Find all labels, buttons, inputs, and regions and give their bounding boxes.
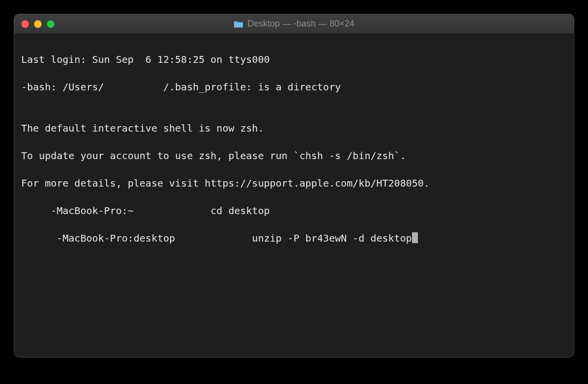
window-title-text: Desktop — -bash — 80×24 [247, 19, 354, 29]
terminal-line: Last login: Sun Sep 6 12:58:25 on ttys00… [21, 53, 567, 66]
zoom-button[interactable] [47, 20, 55, 28]
terminal-line: -MacBook-Pro:~ cd desktop [21, 204, 567, 218]
close-button[interactable] [21, 20, 29, 28]
terminal-line: To update your account to use zsh, pleas… [21, 149, 567, 163]
folder-icon [234, 20, 243, 28]
window-titlebar: Desktop — -bash — 80×24 [14, 14, 574, 34]
terminal-line: The default interactive shell is now zsh… [21, 121, 567, 135]
traffic-lights [14, 20, 55, 28]
minimize-button[interactable] [34, 20, 42, 28]
terminal-line: -MacBook-Pro:desktop unzip -P br43ewN -d… [21, 231, 567, 245]
terminal-window: Desktop — -bash — 80×24 Last login: Sun … [14, 14, 574, 357]
cursor [412, 232, 418, 243]
terminal-content[interactable]: Last login: Sun Sep 6 12:58:25 on ttys00… [14, 34, 574, 357]
window-title-area: Desktop — -bash — 80×24 [14, 19, 574, 29]
terminal-line: For more details, please visit https://s… [21, 176, 567, 190]
terminal-line: -bash: /Users/ /.bash_profile: is a dire… [21, 80, 567, 94]
prompt-line-text: -MacBook-Pro:desktop unzip -P br43ewN -d… [21, 232, 412, 244]
